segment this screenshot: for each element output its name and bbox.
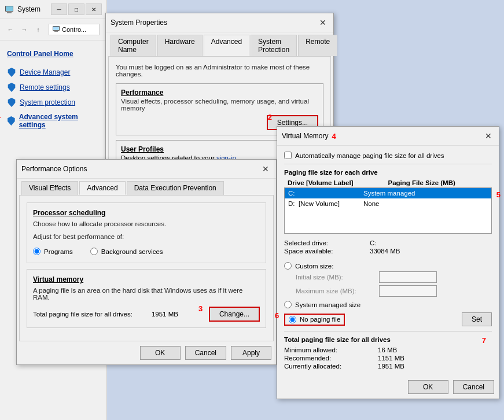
sidebar-title[interactable]: Control Panel Home bbox=[5, 45, 102, 65]
vm-desc: A paging file is an area on the hard dis… bbox=[33, 287, 260, 301]
virtual-memory-dialog: Virtual Memory 4 ✕ Automatically manage … bbox=[277, 126, 499, 399]
sys-props-tab-bar: Computer Name Hardware Advanced System P… bbox=[106, 32, 333, 56]
computer-icon bbox=[53, 25, 60, 34]
sidebar-item-advanced-system-settings[interactable]: Advanced system settings 1 bbox=[5, 110, 102, 132]
drive-table-header: Drive [Volume Label] Paging File Size (M… bbox=[284, 178, 492, 187]
vm-dialog-title-bar: Virtual Memory 4 ✕ bbox=[277, 127, 499, 146]
perf-content: Processor scheduling Choose how to alloc… bbox=[19, 195, 274, 341]
proc-sched-adjust: Adjust for best performance of: bbox=[33, 233, 260, 240]
system-close-btn[interactable]: ✕ bbox=[86, 3, 102, 15]
sidebar-item-device-manager[interactable]: Device Manager bbox=[5, 65, 102, 80]
sidebar-advanced-label: Advanced system settings bbox=[19, 113, 100, 129]
no-paging-text: No paging file bbox=[300, 316, 340, 323]
badge-5: 5 bbox=[496, 190, 501, 199]
total-paging-label: Total paging file size for all drives: bbox=[33, 311, 133, 318]
vm-dialog-buttons: OK Cancel bbox=[277, 375, 499, 399]
system-title: System bbox=[17, 5, 41, 13]
set-btn[interactable]: Set bbox=[462, 312, 492, 326]
breadcrumb-text: Contro... bbox=[62, 26, 86, 33]
remote-settings-icon bbox=[7, 83, 16, 92]
custom-size-radio[interactable] bbox=[284, 262, 292, 270]
perf-apply-btn[interactable]: Apply bbox=[231, 346, 271, 360]
tab-dep[interactable]: Data Execution Prevention bbox=[127, 181, 224, 195]
auto-manage-label: Automatically manage paging file size fo… bbox=[295, 152, 444, 159]
tab-computer-name[interactable]: Computer Name bbox=[111, 35, 156, 56]
drive-d-size: None bbox=[363, 200, 488, 207]
sys-props-close-btn[interactable]: ✕ bbox=[317, 17, 329, 28]
tab-system-protection[interactable]: System Protection bbox=[251, 35, 297, 56]
system-protection-icon bbox=[7, 98, 16, 107]
up-btn[interactable]: ↑ bbox=[32, 24, 44, 35]
vm-ok-btn[interactable]: OK bbox=[408, 380, 448, 394]
drive-info-grid: Selected drive: C: Space available: 3308… bbox=[284, 240, 492, 255]
vm-controls: ✕ bbox=[483, 130, 494, 142]
tab-visual-effects[interactable]: Visual Effects bbox=[21, 181, 78, 195]
sidebar-item-system-protection[interactable]: System protection bbox=[5, 95, 102, 110]
max-size-group: Maximum size (MB): bbox=[296, 285, 492, 297]
processor-scheduling-section: Processor scheduling Choose how to alloc… bbox=[27, 202, 266, 263]
performance-section-title: Performance bbox=[121, 89, 318, 97]
auto-manage-checkbox[interactable] bbox=[284, 152, 292, 159]
min-label: Minimum allowed: bbox=[284, 347, 377, 353]
initial-size-label: Initial size (MB): bbox=[296, 274, 377, 281]
no-paging-label[interactable]: No paging file 6 bbox=[284, 314, 345, 326]
maximize-btn[interactable]: □ bbox=[68, 3, 84, 15]
virtual-memory-section: Virtual memory A paging file is an area … bbox=[27, 269, 266, 328]
performance-options-dialog: Performance Options ✕ Visual Effects Adv… bbox=[16, 159, 277, 365]
vm-cancel-btn[interactable]: Cancel bbox=[453, 380, 494, 394]
sys-props-title: System Properties bbox=[111, 19, 167, 27]
bg-services-label: Background services bbox=[101, 248, 163, 255]
svg-rect-4 bbox=[54, 31, 58, 32]
drive-row-c[interactable]: C: System managed bbox=[285, 188, 491, 198]
no-paging-radio[interactable] bbox=[289, 316, 296, 323]
total-paging-value: 1951 MB bbox=[152, 311, 178, 318]
vm-dialog-title: Virtual Memory bbox=[282, 132, 328, 140]
badge-6: 6 bbox=[275, 311, 279, 320]
selected-drive-label: Selected drive: bbox=[284, 240, 365, 246]
change-btn[interactable]: Change... bbox=[209, 307, 260, 322]
bg-services-radio-label[interactable]: Background services bbox=[90, 246, 163, 257]
sidebar-item-remote-settings[interactable]: Remote settings bbox=[5, 80, 102, 95]
perf-ok-btn[interactable]: OK bbox=[140, 346, 181, 360]
max-size-input[interactable] bbox=[379, 285, 437, 297]
initial-size-group: Initial size (MB): bbox=[296, 271, 492, 283]
forward-btn[interactable]: → bbox=[19, 24, 30, 35]
tab-hardware[interactable]: Hardware bbox=[157, 35, 203, 56]
size-options: Custom size: Initial size (MB): Maximum … bbox=[284, 260, 492, 326]
vm-title: Virtual memory bbox=[33, 275, 260, 283]
recommended-value: 1151 MB bbox=[378, 355, 492, 362]
badge-7: 7 bbox=[482, 336, 486, 345]
sys-props-title-bar: System Properties ✕ bbox=[106, 13, 333, 32]
perf-tab-bar: Visual Effects Advanced Data Execution P… bbox=[17, 179, 276, 195]
breadcrumb[interactable]: Contro... bbox=[49, 24, 100, 35]
custom-size-label[interactable]: Custom size: bbox=[284, 260, 492, 271]
minimize-btn[interactable]: ─ bbox=[51, 3, 67, 15]
back-btn[interactable]: ← bbox=[5, 24, 16, 35]
tab-remote[interactable]: Remote bbox=[298, 35, 337, 56]
system-managed-label[interactable]: System managed size bbox=[284, 299, 492, 310]
perf-title-bar: Performance Options ✕ bbox=[17, 160, 276, 179]
sys-props-controls: ✕ bbox=[317, 17, 329, 28]
programs-radio-label[interactable]: Programs bbox=[33, 246, 73, 257]
total-section: Total paging file size for all drives 7 … bbox=[284, 336, 492, 370]
admin-notice: You must be logged on as an Administrato… bbox=[116, 64, 323, 78]
performance-desc: Visual effects, processor scheduling, me… bbox=[121, 98, 318, 112]
drive-c-size: System managed bbox=[363, 190, 488, 197]
bg-services-radio[interactable] bbox=[90, 248, 98, 255]
initial-size-input[interactable] bbox=[379, 271, 437, 283]
system-managed-radio[interactable] bbox=[284, 301, 292, 308]
perf-cancel-btn[interactable]: Cancel bbox=[185, 346, 226, 360]
auto-manage-row: Automatically manage paging file size fo… bbox=[284, 152, 492, 159]
svg-rect-5 bbox=[53, 27, 59, 30]
tab-advanced[interactable]: Advanced bbox=[204, 35, 249, 56]
system-icon bbox=[5, 5, 14, 14]
perf-close-btn[interactable]: ✕ bbox=[260, 163, 271, 175]
vm-close-btn[interactable]: ✕ bbox=[483, 130, 494, 142]
sidebar-system-protection-label: System protection bbox=[20, 98, 75, 106]
perf-title: Performance Options bbox=[21, 165, 87, 173]
tab-perf-advanced[interactable]: Advanced bbox=[79, 181, 125, 195]
paging-per-drive-label: Paging file size for each drive bbox=[284, 169, 492, 176]
system-win-controls: ─ □ ✕ bbox=[51, 3, 102, 15]
programs-radio[interactable] bbox=[33, 248, 41, 255]
drive-row-d[interactable]: D: [New Volume] None bbox=[285, 198, 491, 209]
